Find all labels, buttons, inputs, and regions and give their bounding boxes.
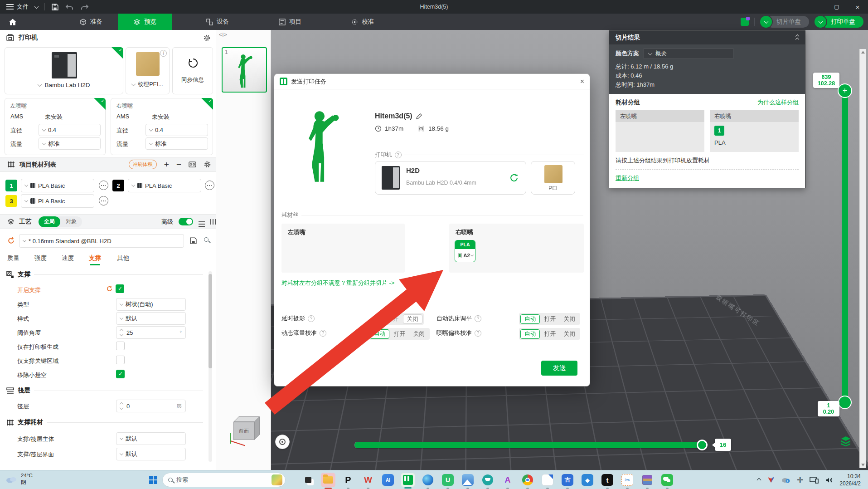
scrollbar-thumb[interactable]	[209, 274, 212, 368]
critical-regions-only-checkbox[interactable]	[116, 356, 125, 364]
slider-handle[interactable]	[697, 440, 708, 450]
taskbar-app-diamond[interactable]: ◆	[580, 473, 595, 487]
home-button[interactable]	[0, 14, 25, 30]
taskbar-app-taskview[interactable]	[301, 473, 315, 487]
scope-switch[interactable]: 全局 对象	[39, 216, 82, 227]
maximize-button[interactable]: ▢	[826, 0, 847, 14]
filament-3-chip[interactable]: 3	[5, 195, 17, 207]
taskbar-app-wps[interactable]: W	[361, 473, 375, 487]
remove-filament-button[interactable]: −	[176, 160, 181, 170]
diameter-select[interactable]: 0.4	[145, 124, 208, 136]
filament-1-more-button[interactable]	[99, 181, 108, 190]
slice-dropdown-chevron-icon[interactable]	[760, 16, 772, 28]
help-icon[interactable]: ?	[395, 152, 402, 158]
taskbar-app-wechat[interactable]	[660, 473, 674, 487]
offset-auto-button[interactable]: 自动	[520, 329, 540, 339]
stepper-arrows-icon[interactable]	[120, 403, 123, 409]
refresh-printer-icon[interactable]	[509, 173, 519, 182]
tab-others[interactable]: 其他	[117, 254, 129, 262]
flow-on-button[interactable]: 打开	[390, 329, 409, 339]
weather-widget[interactable]: 24°C 阴	[5, 472, 33, 486]
tab-strength[interactable]: 强度	[34, 254, 47, 262]
print-split-button[interactable]: 打印单盘	[815, 16, 863, 28]
send-button[interactable]: 发送	[541, 361, 577, 376]
tab-project[interactable]: 项目	[263, 14, 317, 30]
add-filament-button[interactable]: +	[164, 160, 169, 170]
enable-support-checkbox[interactable]	[116, 284, 124, 293]
param-tune-icon[interactable]	[210, 219, 211, 225]
taskbar-app-snip[interactable]: ✂	[620, 473, 635, 487]
edit-pencil-icon[interactable]	[416, 113, 422, 120]
tab-device[interactable]: 设备	[191, 14, 244, 30]
regroup-link[interactable]: 重新分组	[616, 174, 799, 182]
filament-settings-gear-icon[interactable]	[204, 161, 211, 168]
taskbar-app-youdao[interactable]	[540, 473, 555, 487]
timelapse-on-button[interactable]: 打开	[383, 314, 402, 324]
taskbar-app-baidu[interactable]: 古	[560, 473, 575, 487]
scope-object[interactable]: 对象	[60, 216, 82, 227]
remove-small-overhangs-checkbox[interactable]	[116, 370, 125, 378]
flow-off-button[interactable]: 关闭	[410, 329, 428, 339]
start-button[interactable]	[146, 473, 160, 487]
taskbar-app-capcut[interactable]: AI	[381, 473, 395, 487]
viewport-scrollbar[interactable]	[859, 49, 866, 468]
taskbar-app-bambu-studio[interactable]	[401, 473, 415, 487]
offset-off-button[interactable]: 关闭	[560, 329, 579, 339]
threshold-angle-stepper[interactable]: 25 °	[116, 326, 186, 339]
filament-2-more-button[interactable]	[205, 181, 214, 190]
scroll-up-icon[interactable]	[861, 51, 865, 54]
filament-1-select[interactable]: PLA Basic	[21, 179, 94, 192]
filament-3-select[interactable]: PLA Basic	[21, 194, 94, 208]
help-icon[interactable]: ?	[320, 330, 326, 337]
slice-split-button[interactable]: 切片单盘	[760, 16, 809, 28]
preset-search-icon[interactable]	[204, 237, 209, 242]
taskbar-app-explorer[interactable]	[321, 473, 335, 487]
taskbar-app-bird[interactable]	[480, 473, 495, 487]
info-icon[interactable]: i	[160, 50, 167, 57]
pla-filament-chip[interactable]: PLA A2	[455, 240, 475, 262]
advanced-toggle[interactable]	[179, 218, 193, 225]
taskbar-app-store[interactable]: U	[441, 473, 455, 487]
bed-leveling-auto-button[interactable]: 自动	[520, 314, 540, 324]
tray-expand-chevron-icon[interactable]	[757, 478, 761, 482]
cast-device-icon[interactable]	[810, 476, 819, 484]
dialog-close-icon[interactable]: ×	[580, 78, 584, 86]
taskbar-app-chrome[interactable]	[520, 473, 535, 487]
redo-icon[interactable]	[80, 4, 89, 10]
reset-value-icon[interactable]	[106, 285, 113, 292]
help-icon[interactable]: ?	[475, 315, 481, 322]
save-icon[interactable]	[51, 3, 59, 11]
print-dropdown-chevron-icon[interactable]	[815, 16, 826, 28]
file-menu-chevron-icon[interactable]	[34, 4, 39, 9]
layer-slider-top-handle[interactable]: +	[839, 84, 851, 97]
layer-range-slider[interactable]	[842, 91, 848, 404]
file-menu[interactable]: 文件	[6, 3, 29, 11]
on-buildplate-only-checkbox[interactable]	[116, 342, 125, 350]
filament-3-more-button[interactable]	[99, 196, 108, 205]
timelapse-off-button[interactable]: 关闭	[403, 314, 422, 324]
plate-card[interactable]: i 纹理PEI...	[126, 47, 170, 94]
print-plate-button[interactable]: 打印单盘	[821, 16, 863, 28]
param-list-icon[interactable]	[199, 221, 205, 222]
taskbar-app-ai[interactable]: A	[500, 473, 515, 487]
support-type-select[interactable]: 树状(自动)	[116, 298, 186, 311]
dialog-printer-card[interactable]: H2D Bambu Lab H2D 0.4/0.4mm	[375, 161, 526, 195]
preset-reset-icon[interactable]	[7, 237, 15, 244]
minimize-button[interactable]: ─	[805, 0, 826, 14]
support-body-select[interactable]: 默认	[116, 432, 186, 445]
bed-leveling-off-button[interactable]: 关闭	[560, 314, 579, 324]
taskbar-app-t[interactable]: t	[600, 473, 615, 487]
flush-volume-button[interactable]: 冲刷体积	[129, 160, 157, 169]
tab-support[interactable]: 支撑	[89, 254, 101, 262]
taskbar-app-edge[interactable]	[421, 473, 435, 487]
printer-settings-gear-icon[interactable]	[203, 34, 211, 42]
support-style-select[interactable]: 默认	[116, 312, 186, 325]
snapshot-camera-button[interactable]	[275, 435, 290, 449]
scroll-down-icon[interactable]	[861, 464, 865, 466]
filament-2-select[interactable]: PLA Basic	[128, 179, 201, 192]
ams-sync-icon[interactable]	[189, 161, 196, 168]
printer-card[interactable]: Bambu Lab H2D	[5, 47, 123, 94]
layers-view-icon[interactable]	[840, 436, 851, 446]
raft-layers-value[interactable]: 0	[126, 403, 130, 410]
close-button[interactable]: ×	[847, 0, 868, 14]
